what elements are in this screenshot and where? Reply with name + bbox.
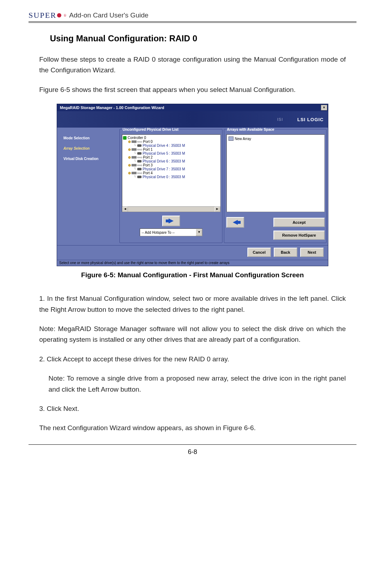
unconfigured-drives-panel: Unconfigured Physical Drive List Control… xyxy=(119,129,222,243)
intro-paragraph: Follow these steps to create a RAID 0 st… xyxy=(39,54,346,76)
controller-label: Controller 0 xyxy=(128,136,146,140)
figure-caption: Figure 6-5: Manual Configuration - First… xyxy=(39,271,346,279)
outro-text: The next Configuration Wizard window app… xyxy=(39,423,346,433)
arrow-right-icon xyxy=(169,218,174,223)
note1-text: Note: MegaRAID Storage Manager software … xyxy=(39,324,346,345)
accept-button[interactable]: Accept xyxy=(273,218,325,227)
brand-logo: SUPER ® xyxy=(29,11,67,20)
move-left-button[interactable] xyxy=(226,217,244,228)
brand-text: SUPER xyxy=(29,11,56,20)
arrays-label: Arrays with Available Space xyxy=(226,128,275,131)
arrow-left-icon xyxy=(233,220,238,225)
expand-icon[interactable]: ⊕ xyxy=(128,171,131,175)
port-label[interactable]: Port 0 xyxy=(143,140,153,144)
drive-icon xyxy=(137,168,142,170)
port-label[interactable]: Port 3 xyxy=(143,163,153,167)
banner-decor: ISI xyxy=(277,117,283,122)
cancel-button[interactable]: Cancel xyxy=(247,248,271,257)
step3-text: 3. Click Next. xyxy=(39,403,346,414)
chevron-down-icon[interactable]: ▾ xyxy=(196,229,202,236)
remove-hotspare-button[interactable]: Remove HotSpare xyxy=(273,231,325,240)
drive-label[interactable]: Physical Drive 4 : 35003 M xyxy=(143,144,185,148)
banner: ISI LSI LOGIC xyxy=(57,111,328,128)
add-hotspare-combo[interactable]: -- Add Hotspare To -- ▾ xyxy=(140,228,202,236)
status-bar: Select one or more physical drive(s) and… xyxy=(57,260,328,266)
brand-dot-icon xyxy=(57,13,61,17)
expand-icon[interactable]: ⊕ xyxy=(128,140,131,144)
unconfigured-label: Unconfigured Physical Drive List xyxy=(122,128,179,131)
section-heading: Using Manual Configuration: RAID 0 xyxy=(50,33,346,43)
brand-reg-mark: ® xyxy=(63,14,67,17)
expand-icon[interactable]: ⊕ xyxy=(128,155,131,159)
page-header: SUPER ® Add-on Card User's Guide xyxy=(29,11,356,23)
expand-icon[interactable]: ⊕ xyxy=(128,163,131,167)
port-icon xyxy=(132,172,137,174)
wizard-button-bar: Cancel Back Next xyxy=(57,245,328,260)
window-titlebar: MegaRAID Storage Manager - 1.00 Configur… xyxy=(57,104,328,111)
page-number: 6-8 xyxy=(29,445,356,456)
expand-icon[interactable]: ⊕ xyxy=(128,148,131,151)
port-icon xyxy=(132,140,137,143)
step1-text: 1. In the first Manual Configuration win… xyxy=(39,293,346,315)
drive-label[interactable]: Physical Drive 7 : 35003 M xyxy=(143,167,185,171)
port-icon xyxy=(132,148,137,151)
port-icon xyxy=(132,164,137,166)
combo-text: -- Add Hotspare To -- xyxy=(142,231,175,234)
drive-label[interactable]: Physical Drive 0 : 35003 M xyxy=(143,175,185,179)
step-array-selection[interactable]: Array Selection xyxy=(63,146,116,150)
array-icon xyxy=(229,136,233,141)
drive-icon xyxy=(137,176,142,178)
arrays-tree[interactable]: New Array xyxy=(226,134,325,212)
step-virtual-disk[interactable]: Virtual Disk Creation xyxy=(63,157,116,161)
lsi-logic-logo: LSI LOGIC xyxy=(297,117,324,122)
drive-icon xyxy=(137,144,142,147)
drive-label[interactable]: Physical Drive 6 : 35003 M xyxy=(143,159,185,163)
arrays-panel: Arrays with Available Space New Array xyxy=(224,129,327,243)
scrollbar-horizontal[interactable]: ◄ ► xyxy=(122,206,220,212)
drive-icon xyxy=(137,160,142,163)
scroll-right-icon[interactable]: ► xyxy=(215,207,220,212)
window-title: MegaRAID Storage Manager - 1.00 Configur… xyxy=(60,105,164,110)
wizard-steps-sidebar: Mode Selection Array Selection Virtual D… xyxy=(58,129,118,243)
figure-ref-paragraph: Figure 6-5 shows the first screen that a… xyxy=(39,84,346,95)
port-label[interactable]: Port 1 xyxy=(143,148,153,151)
step-mode-selection[interactable]: Mode Selection xyxy=(63,136,116,140)
step2-text: 2. Click Accept to accept these drives f… xyxy=(39,354,346,365)
back-button[interactable]: Back xyxy=(274,248,297,257)
drive-icon xyxy=(137,152,142,155)
next-button[interactable]: Next xyxy=(300,248,324,257)
controller-icon xyxy=(123,136,127,140)
new-array-label[interactable]: New Array xyxy=(235,137,251,141)
drive-label[interactable]: Physical Drive 5 : 35003 M xyxy=(143,151,185,155)
close-icon[interactable]: × xyxy=(321,105,327,110)
port-label[interactable]: Port 4 xyxy=(143,171,153,175)
note2-text: Note: To remove a single drive from a pr… xyxy=(39,373,346,395)
drive-tree[interactable]: Controller 0 ⊕RAIDPort 0 └Physical Drive… xyxy=(122,134,221,212)
scroll-left-icon[interactable]: ◄ xyxy=(122,207,128,212)
port-icon xyxy=(132,156,137,159)
move-right-button[interactable] xyxy=(162,216,180,226)
config-wizard-window: MegaRAID Storage Manager - 1.00 Configur… xyxy=(57,104,328,266)
guide-title: Add-on Card User's Guide xyxy=(69,11,148,19)
port-label[interactable]: Port 2 xyxy=(143,155,153,159)
